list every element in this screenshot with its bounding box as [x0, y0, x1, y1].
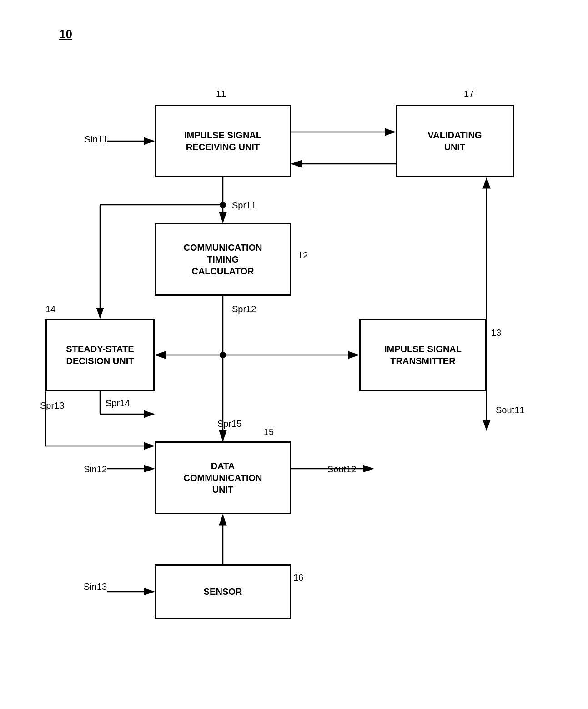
sin13-label: Sin13	[84, 582, 107, 592]
timing-calculator-block: COMMUNICATION TIMING CALCULATOR	[155, 223, 291, 296]
ref-11: 11	[216, 89, 226, 99]
steady-state-block: STEADY-STATE DECISION UNIT	[45, 319, 155, 391]
sout12-label: Sout12	[327, 464, 356, 475]
diagram-title: 10	[59, 27, 72, 41]
spr15-label: Spr15	[217, 419, 241, 429]
ref-16: 16	[293, 572, 303, 583]
data-comm-block: DATA COMMUNICATION UNIT	[155, 441, 291, 514]
diagram: 10 IMPULSE SIGNAL RECEIVING UNIT 11 VALI…	[0, 0, 588, 709]
sin12-label: Sin12	[84, 464, 107, 475]
spr13-label: Spr13	[40, 400, 64, 411]
svg-point-12	[220, 352, 226, 358]
sout11-label: Sout11	[496, 405, 524, 415]
spr11-label: Spr11	[232, 200, 256, 211]
sin11-label: Sin11	[85, 134, 108, 145]
ref-13: 13	[491, 328, 501, 338]
sensor-block: SENSOR	[155, 564, 291, 619]
ref-17: 17	[464, 89, 474, 99]
receiving-unit-block: IMPULSE SIGNAL RECEIVING UNIT	[155, 105, 291, 177]
svg-point-8	[220, 202, 226, 208]
spr14-label: Spr14	[106, 398, 130, 409]
ref-15: 15	[264, 427, 274, 437]
transmitter-block: IMPULSE SIGNAL TRANSMITTER	[359, 319, 487, 391]
ref-14: 14	[45, 304, 55, 314]
validating-unit-block: VALIDATING UNIT	[396, 105, 514, 177]
ref-12: 12	[298, 250, 308, 261]
spr12-label: Spr12	[232, 304, 256, 314]
